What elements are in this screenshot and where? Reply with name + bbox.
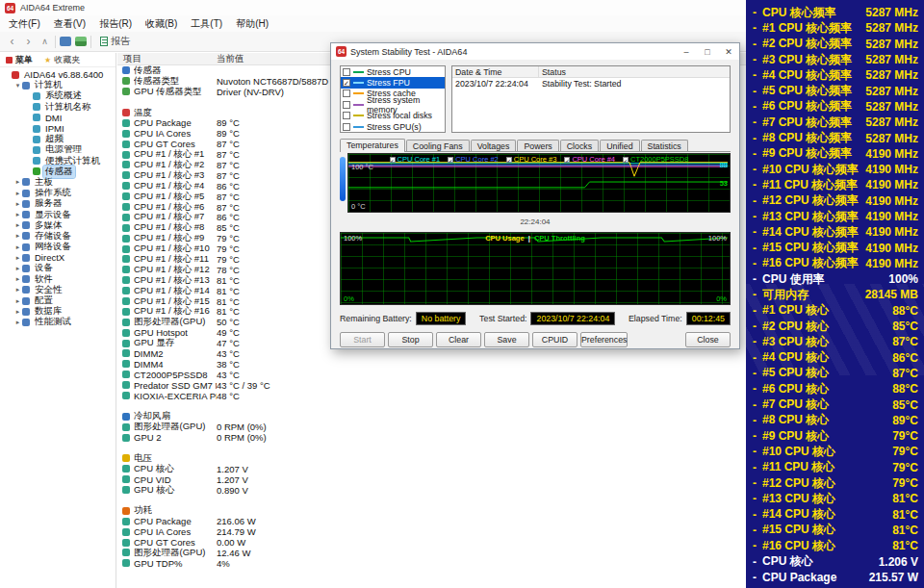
tree-item[interactable]: ▸服务器 bbox=[0, 198, 116, 209]
back-icon[interactable]: ‹ bbox=[6, 36, 18, 47]
log-col-datetime[interactable]: Date & Time bbox=[452, 66, 539, 77]
sst-preferences-button[interactable]: Preferences bbox=[580, 332, 628, 347]
dash-icon: - bbox=[753, 68, 762, 82]
section-icon bbox=[122, 507, 130, 515]
sensor-row[interactable]: GPU 核心0.890 V bbox=[117, 485, 746, 496]
osd-value: 81°C bbox=[892, 524, 918, 537]
legend-checkbox-icon[interactable]: ✓ bbox=[623, 157, 629, 163]
forward-icon[interactable]: › bbox=[22, 36, 35, 47]
tree-item[interactable]: 电源管理 bbox=[0, 144, 116, 155]
sst-save-button[interactable]: Save bbox=[484, 332, 529, 347]
stress-option[interactable]: Stress GPU(s) bbox=[341, 121, 445, 132]
sst-stop-button[interactable]: Stop bbox=[388, 332, 433, 347]
sensor-row[interactable]: CT2000P5PSSD843 °C bbox=[117, 370, 746, 380]
computer-icon[interactable] bbox=[60, 37, 71, 46]
menu-item[interactable]: 工具(T) bbox=[184, 16, 229, 32]
sst-close-button[interactable]: Close bbox=[685, 332, 731, 347]
maximize-icon[interactable]: □ bbox=[697, 43, 718, 60]
legend-checkbox-icon[interactable]: ✓ bbox=[390, 157, 396, 163]
legend-item[interactable]: ✓CPU Core #1 bbox=[390, 155, 441, 164]
tree-item[interactable]: 计算机名称 bbox=[0, 102, 116, 113]
tree-item[interactable]: ▸显示设备 bbox=[0, 209, 116, 219]
sensor-row[interactable]: CPU IA Cores214.79 W bbox=[117, 526, 746, 537]
sst-titlebar[interactable]: 64 System Stability Test - AIDA64 – □ ✕ bbox=[331, 43, 739, 60]
menu-item[interactable]: 报告(R) bbox=[92, 16, 139, 32]
sst-clear-button[interactable]: Clear bbox=[436, 332, 481, 347]
osd-label: #13 CPU 核心 bbox=[762, 491, 892, 507]
menu-item[interactable]: 帮助(H) bbox=[229, 16, 275, 32]
tab-menu[interactable]: 菜单 bbox=[0, 53, 38, 66]
sensor-row[interactable]: KIOXIA-EXCERIA PRO SSD48 °C bbox=[117, 391, 746, 401]
legend-item[interactable]: ✓CT2000P5PSSD8 bbox=[623, 155, 688, 164]
tab-powers[interactable]: Powers bbox=[517, 140, 558, 151]
chart-icon[interactable] bbox=[75, 37, 87, 46]
osd-label: #11 CPU 核心 bbox=[762, 459, 892, 475]
legend-item[interactable]: ✓CPU Core #3 bbox=[506, 155, 557, 164]
status-label: Test Started: bbox=[479, 314, 526, 323]
checkbox-icon[interactable] bbox=[343, 123, 350, 131]
sensor-row[interactable]: CPU Package216.06 W bbox=[117, 516, 746, 526]
sensor-row[interactable]: GPU 20 RPM (0%) bbox=[117, 432, 746, 443]
stress-option[interactable]: Stress system memory bbox=[341, 99, 445, 110]
tree-item[interactable]: 系统概述 bbox=[0, 90, 116, 101]
status-label: Remaining Battery: bbox=[340, 314, 412, 323]
tree-item[interactable]: ▸DirectX bbox=[0, 252, 116, 263]
osd-row: -#16 CPU 核心频率4190 MHz bbox=[746, 256, 924, 271]
tab-statistics[interactable]: Statistics bbox=[641, 140, 688, 151]
stress-option[interactable]: Stress local disks bbox=[341, 111, 445, 121]
up-icon[interactable]: ∧ bbox=[38, 36, 51, 47]
close-icon[interactable]: ✕ bbox=[718, 43, 739, 60]
checkbox-icon[interactable] bbox=[343, 112, 350, 119]
sensor-row[interactable]: 图形处理器(GPU)12.46 W bbox=[117, 548, 746, 558]
tree-item[interactable]: ▸网络设备 bbox=[0, 242, 116, 252]
checkbox-icon[interactable] bbox=[343, 101, 350, 109]
sensor-row[interactable]: GPU TDP%4% bbox=[117, 558, 746, 569]
legend-checkbox-icon[interactable]: ✓ bbox=[448, 157, 453, 163]
stress-option[interactable]: ✓Stress FPU bbox=[341, 77, 445, 88]
report-button[interactable]: 报告 bbox=[95, 34, 135, 49]
legend-checkbox-icon[interactable]: ✓ bbox=[564, 157, 570, 163]
tab-favorites[interactable]: ★ 收藏夹 bbox=[38, 53, 86, 66]
sensor-value: 43 °C bbox=[217, 348, 746, 359]
log-col-status[interactable]: Status bbox=[539, 67, 730, 77]
checkbox-icon[interactable]: ✓ bbox=[343, 79, 350, 87]
menu-item[interactable]: 查看(V) bbox=[47, 16, 92, 32]
tree-item-sensor-selected[interactable]: 传感器 bbox=[0, 166, 116, 177]
legend-item[interactable]: ✓CPU Core #4 bbox=[564, 155, 615, 164]
sensor-row[interactable]: 图形处理器(GPU)0 RPM (0%) bbox=[117, 422, 746, 432]
osd-value: 88°C bbox=[892, 382, 918, 396]
sensor-row-icon bbox=[122, 392, 130, 399]
legend-label: CPU Core #4 bbox=[572, 155, 615, 164]
legend-checkbox-icon[interactable]: ✓ bbox=[506, 157, 512, 163]
legend-item[interactable]: ✓CPU Core #2 bbox=[448, 155, 499, 164]
minimize-icon[interactable]: – bbox=[676, 43, 697, 60]
tree-item[interactable]: DMI bbox=[0, 113, 116, 123]
sensor-row[interactable]: CPU 核心1.207 V bbox=[117, 464, 746, 474]
sensor-row-icon bbox=[122, 475, 130, 483]
column-item[interactable]: 项目 bbox=[117, 53, 217, 65]
sst-start-button[interactable]: Start bbox=[340, 332, 385, 347]
tab-clocks[interactable]: Clocks bbox=[560, 140, 599, 151]
checkbox-icon[interactable] bbox=[343, 68, 350, 76]
tab-unified[interactable]: Unified bbox=[600, 140, 639, 151]
menu-item[interactable]: 收藏(B) bbox=[139, 16, 184, 32]
menu-item[interactable]: 文件(F) bbox=[2, 16, 47, 32]
tree-item[interactable]: ▸安全性 bbox=[0, 285, 116, 295]
sst-cpuid-button[interactable]: CPUID bbox=[532, 332, 578, 347]
sensor-row[interactable]: DIMM243 °C bbox=[117, 348, 746, 359]
tab-cooling-fans[interactable]: Cooling Fans bbox=[406, 140, 470, 151]
stress-option[interactable]: Stress CPU bbox=[341, 66, 445, 77]
osd-value: 89°C bbox=[892, 414, 918, 427]
tab-temperatures[interactable]: Temperatures bbox=[340, 139, 405, 152]
sensor-value: 214.79 W bbox=[217, 526, 746, 537]
log-row[interactable]: 2023/10/7 22:24:04 Stability Test: Start… bbox=[452, 78, 730, 89]
section-icon bbox=[122, 109, 130, 116]
sensor-row[interactable]: DIMM438 °C bbox=[117, 359, 746, 370]
tab-voltages[interactable]: Voltages bbox=[471, 140, 517, 151]
tree-item[interactable]: ▸设备 bbox=[0, 263, 116, 273]
sensor-row[interactable]: Predator SSD GM7 M.2 4TB43 °C / 39 °C bbox=[117, 380, 746, 391]
checkbox-icon[interactable] bbox=[343, 89, 350, 97]
tree-item[interactable]: ▸性能测试 bbox=[0, 317, 116, 327]
osd-row: -#10 CPU 核心频率4190 MHz bbox=[746, 162, 924, 177]
stress-option-label: Stress GPU(s) bbox=[367, 122, 422, 132]
